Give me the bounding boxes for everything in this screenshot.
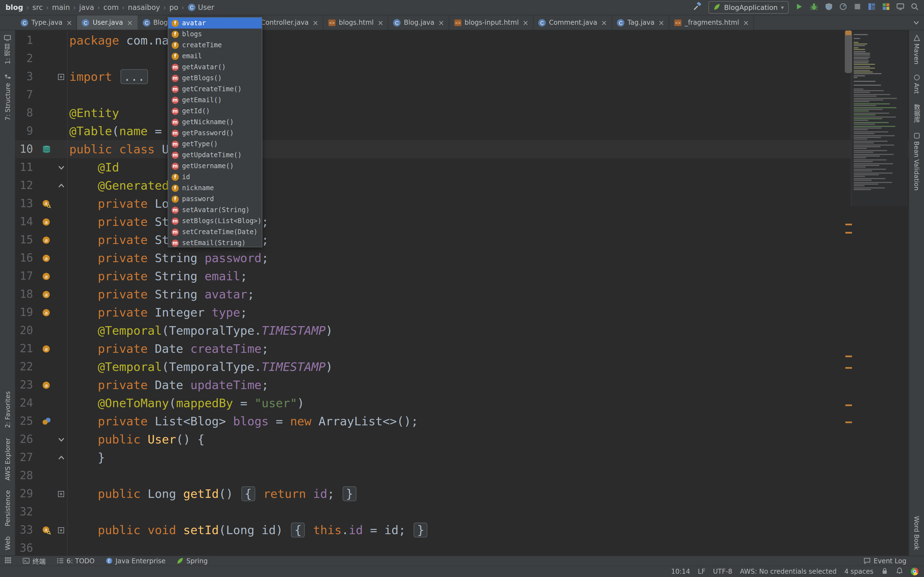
gutter-relation-icon[interactable]	[42, 417, 51, 425]
code-line[interactable]: 17a private String email;	[15, 267, 909, 285]
status-item[interactable]: UTF-8	[713, 568, 732, 575]
tab-Comment.java[interactable]: CComment.java×	[533, 15, 612, 30]
tool-window-button-spring[interactable]: Spring	[176, 556, 208, 566]
code-line[interactable]: 1package com.nasaiboy.po;	[15, 31, 909, 50]
tool-window-button[interactable]: Ant	[913, 74, 921, 94]
fold-plus-icon[interactable]	[58, 490, 65, 497]
completion-item[interactable]: femail	[168, 50, 262, 61]
fold-plus-icon[interactable]	[58, 73, 65, 80]
fold-up-icon[interactable]	[58, 182, 65, 189]
run-button[interactable]	[795, 2, 803, 13]
error-stripe-mark[interactable]	[845, 367, 852, 369]
code-line[interactable]: 12 @GeneratedValue	[15, 176, 909, 195]
gutter-attr-icon[interactable]: a	[42, 344, 51, 353]
tool-window-button[interactable]: Persistence	[3, 490, 11, 527]
code-line[interactable]: 9@Table(name = "t_user")	[15, 122, 909, 140]
tool-window-button[interactable]: Web	[3, 536, 11, 550]
completion-item[interactable]: mgetBlogs()	[168, 73, 262, 84]
code-line[interactable]: 18a private String avatar;	[15, 285, 909, 303]
tool-window-button-eventlog[interactable]: Event Log	[864, 557, 906, 565]
status-item[interactable]: AWS: No credentials selected	[740, 568, 837, 575]
tool-window-button[interactable]: 数据库	[912, 104, 921, 123]
tool-window-button[interactable]: 7: Structure	[3, 74, 11, 121]
debug-button[interactable]	[809, 2, 818, 13]
completion-item[interactable]: fcreateTime	[168, 40, 262, 50]
code-line[interactable]: 36	[15, 539, 909, 556]
code-line[interactable]: 2	[15, 50, 909, 68]
tool-window-button-todo[interactable]: 6: TODO	[57, 556, 95, 566]
tab-close-icon[interactable]: ×	[66, 18, 72, 27]
completion-item[interactable]: mgetUpdateTime()	[168, 150, 262, 160]
breadcrumb-item[interactable]: nasaiboy	[128, 3, 160, 11]
completion-item[interactable]: fpassword	[168, 193, 262, 205]
status-item[interactable]: 4 spaces	[844, 568, 873, 575]
tool-window-button[interactable]: 1: 项目	[3, 35, 12, 64]
code-line[interactable]: 32	[15, 503, 909, 521]
fold-up-icon[interactable]	[58, 454, 65, 461]
completion-item[interactable]: mgetId()	[168, 105, 262, 116]
gutter-attr-icon[interactable]: a	[42, 254, 51, 263]
tab-close-icon[interactable]: ×	[312, 18, 318, 27]
profiler-button[interactable]	[839, 2, 847, 13]
run-config-selector[interactable]: BlogApplication ▾	[709, 1, 789, 14]
bell-button[interactable]	[896, 567, 903, 576]
completion-item[interactable]: mgetPassword()	[168, 127, 262, 139]
code-line[interactable]: 8@Entity	[15, 104, 909, 122]
search-button[interactable]	[911, 2, 919, 13]
gutter-attr-key-icon[interactable]: a	[42, 525, 51, 534]
code-line[interactable]: 26 public User() {	[15, 430, 909, 448]
gutter-entity-icon[interactable]	[42, 145, 51, 153]
code-line[interactable]: 28	[15, 467, 909, 485]
code-line[interactable]: 25 private List<Blog> blogs = new ArrayL…	[15, 412, 909, 430]
plugins-button[interactable]	[882, 2, 890, 13]
tab-blogs-input.html[interactable]: <>blogs-input.html×	[449, 15, 533, 30]
scrollbar-thumb[interactable]	[845, 30, 852, 73]
breadcrumb-item[interactable]: com	[103, 3, 119, 11]
tool-window-button[interactable]: AWS Explorer	[3, 438, 11, 480]
breadcrumb-item[interactable]: CUser	[187, 3, 214, 11]
completion-item[interactable]: msetAvatar(String)	[168, 205, 262, 215]
gutter-attr-icon[interactable]: a	[42, 308, 51, 317]
minimap[interactable]	[851, 31, 908, 206]
tab-User.java[interactable]: CUser.java×	[77, 15, 138, 30]
completion-item[interactable]: mgetUsername()	[168, 160, 262, 171]
code-line[interactable]: 33a public void setId(Long id) { this.id…	[15, 521, 909, 539]
code-line[interactable]: 19a private Integer type;	[15, 303, 909, 321]
code-line[interactable]: 13a private Long id;	[15, 195, 909, 213]
editor[interactable]: 1package com.nasaiboy.po;23import ...78@…	[15, 30, 909, 556]
coverage-button[interactable]	[825, 2, 833, 13]
gutter-attr-icon[interactable]: a	[42, 235, 51, 244]
code-line[interactable]: 11 @Id	[15, 158, 909, 176]
breadcrumb-item[interactable]: main	[52, 3, 70, 11]
completion-item[interactable]: msetCreateTime(Date)	[168, 226, 262, 237]
tab-Type.java[interactable]: CType.java×	[16, 15, 77, 30]
completion-item[interactable]: mgetAvatar()	[168, 61, 262, 73]
tool-window-button[interactable]: 2: Favorites	[3, 391, 11, 428]
fold-down-icon[interactable]	[58, 164, 65, 171]
tab-close-icon[interactable]: ×	[378, 18, 384, 27]
error-stripe-mark[interactable]	[845, 224, 852, 225]
tool-window-button[interactable]: Word Book	[913, 516, 921, 550]
code-line[interactable]: 16a private String password;	[15, 249, 909, 267]
lock-button[interactable]	[881, 567, 888, 576]
breadcrumb-item[interactable]: src	[32, 3, 43, 11]
completion-item[interactable]: msetEmail(String)	[168, 237, 262, 247]
monitor-button[interactable]	[897, 2, 904, 13]
tab-close-icon[interactable]: ×	[658, 18, 664, 27]
code-line[interactable]: 23a private Date updateTime;	[15, 376, 909, 394]
gutter-attr-key-icon[interactable]: a	[42, 199, 51, 208]
hidden-tabs-button[interactable]	[909, 15, 924, 30]
tool-window-button-terminal[interactable]: 终端	[23, 556, 46, 566]
code-line[interactable]: 22 @Temporal(TemporalType.TIMESTAMP)	[15, 358, 909, 376]
tab-close-icon[interactable]: ×	[743, 18, 749, 27]
breadcrumb-item[interactable]: po	[170, 3, 178, 11]
code-line[interactable]: 20 @Temporal(TemporalType.TIMESTAMP)	[15, 321, 909, 340]
tool-window-button[interactable]: Bean Validation	[913, 133, 921, 191]
breadcrumb-item[interactable]: blog	[5, 3, 23, 11]
tab-close-icon[interactable]: ×	[438, 18, 444, 27]
code-line[interactable]: 24 @OneToMany(mappedBy = "user")	[15, 394, 909, 412]
stop-button[interactable]	[854, 2, 861, 13]
gutter-attr-icon[interactable]: a	[42, 218, 51, 226]
tab-close-icon[interactable]: ×	[127, 18, 133, 27]
completion-item[interactable]: favatar	[168, 18, 262, 29]
